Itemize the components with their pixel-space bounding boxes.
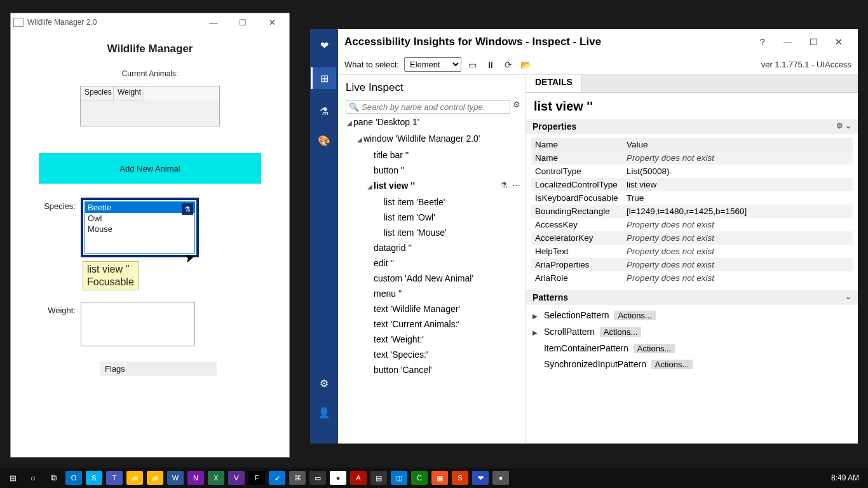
title-bar[interactable]: Accessibility Insights for Windows - Ins… [338,29,858,55]
list-item[interactable]: Mouse [85,224,194,234]
property-row[interactable]: AccessKeyProperty does not exist [531,218,853,231]
taskbar-app[interactable]: S [86,471,102,485]
maximize-button[interactable]: ☐ [801,29,826,55]
add-new-animal-button[interactable]: Add New Animal [39,153,261,184]
taskbar-app[interactable]: W [167,471,184,485]
help-button[interactable]: ? [750,29,775,55]
taskbar-app[interactable]: ➶ [269,471,285,485]
taskbar-app[interactable]: T [106,471,123,485]
col-species[interactable]: Species [81,86,114,100]
cortana-icon[interactable]: ○ [23,469,43,487]
close-button[interactable]: ✕ [826,29,851,55]
window-title: Wildlife Manager 2.0 [27,18,97,27]
wildlife-manager-window: Wildlife Manager 2.0 — ☐ ✕ Wildlife Mana… [10,13,290,458]
animals-datagrid[interactable]: Species Weight [80,86,220,126]
taskbar-app[interactable]: C [411,471,428,485]
taskbar-app[interactable]: A [350,471,367,485]
search-input[interactable] [362,102,507,112]
property-row[interactable]: NameProperty does not exist [531,151,853,165]
details-tab[interactable]: DETAILS [526,75,582,92]
pattern-row[interactable]: SynchronizedInputPattern Actions... [532,356,851,372]
beaker-icon[interactable]: ⚗ [500,180,508,190]
property-row[interactable]: BoundingRectangle[l=1249,t=1480,r=1425,b… [531,205,853,218]
clock[interactable]: 8:49 AM [831,473,865,482]
taskbar-app[interactable]: 📁 [147,471,163,485]
taskbar-app[interactable]: ◫ [391,471,407,485]
col-name: Name [531,138,623,151]
highlighter-icon[interactable]: ▭ [466,60,479,70]
pattern-row[interactable]: ▶ ScrollPattern Actions... [532,324,851,341]
chevron-down-icon[interactable]: ⌄ [845,121,851,130]
taskbar-app[interactable]: ▭ [309,471,326,485]
taskbar-app[interactable]: ● [330,471,346,485]
flags-expander[interactable]: Flags [100,362,217,376]
taskbar-app[interactable]: X [208,471,224,485]
list-item[interactable]: Owl [85,213,194,224]
property-row[interactable]: AriaPropertiesProperty does not exist [531,258,853,271]
taskbar-app[interactable]: ▤ [370,471,387,485]
what-to-select-dropdown[interactable]: Element [404,57,461,72]
task-view-icon[interactable]: ⧉ [43,469,64,487]
property-row[interactable]: AcceleratorKeyProperty does not exist [531,231,853,245]
color-tab-icon[interactable]: 🎨 [317,133,331,147]
taskbar-app[interactable]: S [452,471,468,485]
weight-textbox[interactable] [81,302,195,346]
actions-button[interactable]: Actions... [614,311,655,320]
taskbar-app[interactable]: ● [492,471,509,485]
tree-settings-icon[interactable]: ⚙ [513,100,524,109]
settings-icon[interactable]: ⚙ [317,376,331,390]
search-icon: 🔍 [349,102,359,112]
property-row[interactable]: LocalizedControlTypelist view [531,178,853,191]
col-weight[interactable]: Weight [114,86,144,100]
open-icon[interactable]: 📂 [520,60,532,70]
taskbar-app[interactable]: ❤ [472,471,489,485]
title-bar[interactable]: Wildlife Manager 2.0 — ☐ ✕ [11,13,289,31]
patterns-section-header[interactable]: Patterns ⌄ [526,290,858,305]
current-animals-label: Current Animals: [36,69,264,78]
taskbar-app[interactable]: F [248,471,265,485]
timer-icon[interactable]: ⟳ [502,60,515,70]
beaker-icon[interactable]: ⚗ [182,203,193,215]
account-icon[interactable]: 👤 [317,405,331,419]
test-tab-icon[interactable]: ⚗ [317,104,331,118]
chevron-down-icon[interactable]: ⌄ [845,292,851,301]
pattern-row[interactable]: ▶ SelectionPattern Actions... [532,308,851,324]
app-logo-icon[interactable]: ❤ [317,38,331,52]
start-button[interactable]: ⊞ [3,469,23,487]
property-row[interactable]: IsKeyboardFocusableTrue [531,191,853,205]
weight-label: Weight: [36,302,81,315]
close-button[interactable]: ✕ [257,13,287,31]
property-row[interactable]: AriaRoleProperty does not exist [531,271,853,285]
nav-rail: ❤ ⊞ ⚗ 🎨 ⚙ 👤 [310,29,338,444]
app-icon [13,18,24,27]
species-listview-highlight: Beetle Owl Mouse ⚗ [81,198,199,257]
window-title: Accessibility Insights for Windows - Ins… [344,36,750,48]
taskbar-app[interactable]: 📁 [126,471,143,485]
actions-button[interactable]: Actions... [634,344,675,353]
ui-tree[interactable]: ◢pane 'Desktop 1' ◢window 'Wildlife Mana… [342,114,526,440]
pause-icon[interactable]: ⏸ [484,60,497,70]
selected-tree-node: list view '' [374,180,415,191]
actions-button[interactable]: Actions... [600,327,641,337]
taskbar-app[interactable]: ⌘ [289,471,306,485]
taskbar[interactable]: ⊞ ○ ⧉ O S T 📁 📁 W N X V F ➶ ⌘ ▭ ● A ▤ ◫ … [0,468,868,488]
pattern-row[interactable]: ItemContainerPattern Actions... [532,341,851,356]
taskbar-app[interactable]: V [228,471,245,485]
gear-icon[interactable]: ⚙ [836,121,843,130]
maximize-button[interactable]: ☐ [228,13,257,31]
species-listview[interactable]: Beetle Owl Mouse ⚗ [85,201,195,254]
property-row[interactable]: ControlTypeList(50008) [531,165,853,178]
more-icon[interactable]: ⋯ [512,180,520,190]
inspect-tab-icon[interactable]: ⊞ [311,67,336,89]
property-row[interactable]: HelpTextProperty does not exist [531,245,853,258]
minimize-button[interactable]: — [775,29,801,55]
actions-button[interactable]: Actions... [651,360,693,369]
taskbar-app[interactable]: ▦ [431,471,448,485]
properties-section-header[interactable]: Properties ⚙ ⌄ [526,119,858,134]
list-item[interactable]: Beetle [85,202,194,213]
minimize-button[interactable]: — [199,13,228,31]
tree-search[interactable]: 🔍 [346,100,510,114]
what-to-select-label: What to select: [344,60,399,69]
taskbar-app[interactable]: N [187,471,204,485]
taskbar-app[interactable]: O [65,471,82,485]
